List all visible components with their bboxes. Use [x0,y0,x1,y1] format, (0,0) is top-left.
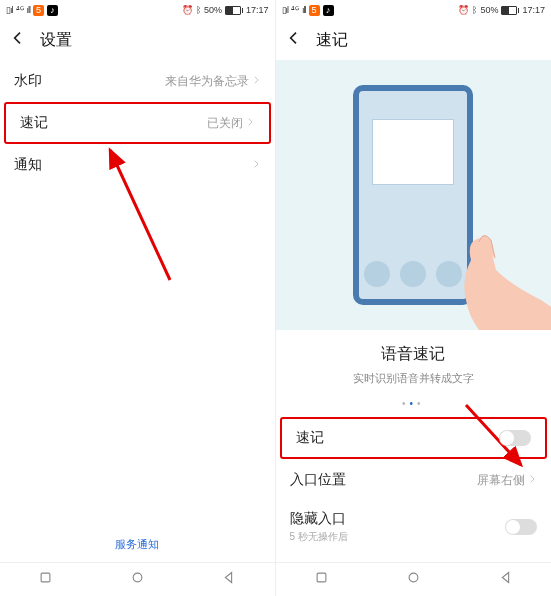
clock-text: 17:17 [246,5,269,15]
page-title: 速记 [316,30,348,51]
back-icon[interactable] [286,30,302,50]
nav-bar [0,562,275,596]
signal-icon-2: ıll [27,5,31,15]
nav-home-icon[interactable] [406,570,421,589]
page-dots: ••• [276,398,552,409]
item-value: 已关闭 [207,115,243,132]
item-label: 水印 [14,72,42,90]
signal-icon-2: ıll [302,5,306,15]
bluetooth-icon: ᛒ [196,5,201,15]
chevron-right-icon [527,473,537,487]
item-label: 通知 [14,156,42,174]
app-badge-icon-2: ♪ [323,5,334,16]
back-icon[interactable] [10,30,26,50]
footer-link[interactable]: 服务通知 [0,527,275,562]
battery-icon [225,6,243,15]
item-label: 隐藏入口 [290,510,348,528]
settings-item-quicknote-toggle[interactable]: 速记 [280,417,548,459]
alarm-icon: ⏰ [182,5,193,15]
nav-recent-icon[interactable] [38,570,53,589]
item-value: 屏幕右侧 [477,472,525,489]
item-label: 速记 [296,429,324,447]
settings-item-entry-position[interactable]: 入口位置 屏幕右侧 [276,459,552,501]
signal-icon: ▯ıl [6,5,13,15]
page-title: 设置 [40,30,72,51]
battery-icon [501,6,519,15]
settings-item-quicknote[interactable]: 速记 已关闭 [4,102,271,144]
settings-item-watermark[interactable]: 水印 来自华为备忘录 [0,60,275,102]
feature-illustration [276,60,552,330]
svg-rect-1 [41,573,50,582]
item-label: 速记 [20,114,48,132]
nav-recent-icon[interactable] [314,570,329,589]
clock-text: 17:17 [522,5,545,15]
status-bar: ▯ıl ⁴ᴳ ıll 5 ♪ ⏰ ᛒ 50% 17:17 [276,0,552,20]
battery-text: 50% [204,5,222,15]
app-badge-icon-2: ♪ [47,5,58,16]
item-label: 入口位置 [290,471,346,489]
bluetooth-icon: ᛒ [472,5,477,15]
header: 速记 [276,20,552,60]
nav-back-icon[interactable] [498,570,513,589]
header: 设置 [0,20,275,60]
feature-title: 语音速记 [276,344,552,365]
chevron-right-icon [251,158,261,172]
network-icon: ⁴ᴳ [16,5,24,15]
chevron-right-icon [245,116,255,130]
phone-graphic-button [364,261,390,287]
svg-point-5 [409,573,418,582]
item-value: 来自华为备忘录 [165,73,249,90]
status-right: ⏰ ᛒ 50% 17:17 [182,5,269,15]
item-sublabel: 5 秒无操作后 [290,530,348,544]
hand-icon [411,190,551,330]
app-badge-icon: 5 [33,5,44,16]
svg-rect-4 [317,573,326,582]
settings-item-hide-entry[interactable]: 隐藏入口 5 秒无操作后 [276,501,552,553]
toggle-switch[interactable] [505,519,537,535]
network-icon: ⁴ᴳ [291,5,299,15]
feature-subtitle: 实时识别语音并转成文字 [276,371,552,386]
battery-text: 50% [480,5,498,15]
left-phone-screen: ▯ıl ⁴ᴳ ıll 5 ♪ ⏰ ᛒ 50% 17:17 设置 水印 [0,0,276,596]
status-left: ▯ıl ⁴ᴳ ıll 5 ♪ [282,5,334,16]
toggle-switch[interactable] [499,430,531,446]
svg-point-2 [133,573,142,582]
status-right: ⏰ ᛒ 50% 17:17 [458,5,545,15]
settings-item-notify[interactable]: 通知 [0,144,275,186]
nav-bar [276,562,552,596]
alarm-icon: ⏰ [458,5,469,15]
signal-icon: ▯ıl [282,5,289,15]
chevron-right-icon [251,74,261,88]
nav-back-icon[interactable] [221,570,236,589]
status-left: ▯ıl ⁴ᴳ ıll 5 ♪ [6,5,58,16]
nav-home-icon[interactable] [130,570,145,589]
right-phone-screen: ▯ıl ⁴ᴳ ıll 5 ♪ ⏰ ᛒ 50% 17:17 速记 [276,0,552,596]
app-badge-icon: 5 [309,5,320,16]
status-bar: ▯ıl ⁴ᴳ ıll 5 ♪ ⏰ ᛒ 50% 17:17 [0,0,275,20]
phone-graphic-screen [372,119,454,185]
